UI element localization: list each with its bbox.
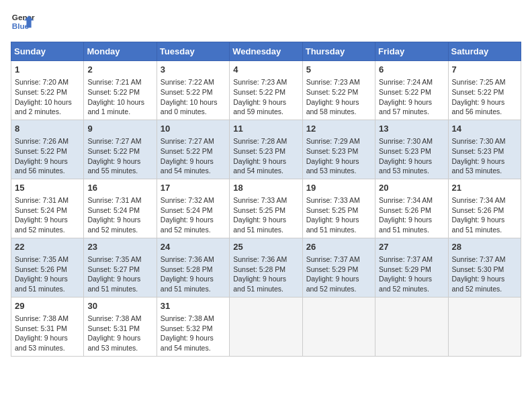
calendar-cell: 1Sunrise: 7:20 AMSunset: 5:22 PMDaylight…: [11, 61, 84, 120]
cell-content: Sunrise: 7:35 AMSunset: 5:26 PMDaylight:…: [15, 255, 80, 294]
day-number: 18: [233, 182, 298, 194]
calendar-cell: 22Sunrise: 7:35 AMSunset: 5:26 PMDayligh…: [11, 238, 84, 297]
day-number: 3: [161, 64, 226, 76]
header-day-thursday: Thursday: [302, 42, 375, 61]
calendar-cell: 9Sunrise: 7:27 AMSunset: 5:22 PMDaylight…: [84, 120, 157, 179]
calendar-cell: 2Sunrise: 7:21 AMSunset: 5:22 PMDaylight…: [84, 61, 157, 120]
day-number: 8: [15, 123, 80, 135]
calendar-cell: 24Sunrise: 7:36 AMSunset: 5:28 PMDayligh…: [157, 238, 229, 297]
calendar-cell: 20Sunrise: 7:34 AMSunset: 5:26 PMDayligh…: [375, 179, 448, 238]
day-number: 27: [379, 241, 444, 253]
calendar-cell: 27Sunrise: 7:37 AMSunset: 5:29 PMDayligh…: [375, 238, 448, 297]
calendar-cell: 12Sunrise: 7:29 AMSunset: 5:23 PMDayligh…: [302, 120, 375, 179]
header-day-wednesday: Wednesday: [230, 42, 302, 61]
header-day-friday: Friday: [375, 42, 448, 61]
logo: General Blue: [11, 11, 35, 35]
calendar-cell: 29Sunrise: 7:38 AMSunset: 5:31 PMDayligh…: [11, 297, 84, 356]
calendar-cell: [448, 297, 521, 356]
day-number: 24: [161, 241, 226, 253]
cell-content: Sunrise: 7:23 AMSunset: 5:22 PMDaylight:…: [306, 77, 371, 117]
day-number: 10: [161, 123, 226, 135]
svg-text:General: General: [12, 13, 35, 21]
day-number: 13: [379, 123, 444, 135]
day-number: 23: [87, 241, 152, 253]
header-day-tuesday: Tuesday: [157, 42, 229, 61]
day-number: 15: [15, 182, 80, 194]
cell-content: Sunrise: 7:26 AMSunset: 5:22 PMDaylight:…: [15, 136, 80, 176]
day-number: 26: [306, 241, 371, 253]
calendar-cell: 6Sunrise: 7:24 AMSunset: 5:22 PMDaylight…: [375, 61, 448, 120]
logo-icon: General Blue: [11, 11, 35, 35]
day-number: 12: [306, 123, 371, 135]
day-number: 14: [452, 123, 517, 135]
day-number: 4: [233, 64, 298, 76]
day-number: 2: [87, 64, 152, 76]
cell-content: Sunrise: 7:23 AMSunset: 5:22 PMDaylight:…: [233, 77, 298, 117]
calendar-cell: 25Sunrise: 7:36 AMSunset: 5:28 PMDayligh…: [230, 238, 302, 297]
calendar-cell: 3Sunrise: 7:22 AMSunset: 5:22 PMDaylight…: [157, 61, 229, 120]
cell-content: Sunrise: 7:32 AMSunset: 5:24 PMDaylight:…: [161, 195, 226, 235]
week-row-5: 29Sunrise: 7:38 AMSunset: 5:31 PMDayligh…: [11, 297, 521, 356]
week-row-2: 8Sunrise: 7:26 AMSunset: 5:22 PMDaylight…: [11, 120, 521, 179]
cell-content: Sunrise: 7:37 AMSunset: 5:29 PMDaylight:…: [379, 255, 444, 294]
calendar-cell: [375, 297, 448, 356]
day-number: 16: [87, 182, 152, 194]
calendar-cell: 30Sunrise: 7:38 AMSunset: 5:31 PMDayligh…: [84, 297, 157, 356]
calendar-cell: 26Sunrise: 7:37 AMSunset: 5:29 PMDayligh…: [302, 238, 375, 297]
cell-content: Sunrise: 7:31 AMSunset: 5:24 PMDaylight:…: [15, 195, 80, 235]
calendar-cell: 14Sunrise: 7:30 AMSunset: 5:23 PMDayligh…: [448, 120, 521, 179]
day-number: 30: [87, 300, 152, 312]
cell-content: Sunrise: 7:35 AMSunset: 5:27 PMDaylight:…: [87, 255, 152, 294]
header-day-sunday: Sunday: [11, 42, 84, 61]
calendar-cell: 10Sunrise: 7:27 AMSunset: 5:22 PMDayligh…: [157, 120, 229, 179]
day-number: 20: [379, 182, 444, 194]
calendar-cell: 5Sunrise: 7:23 AMSunset: 5:22 PMDaylight…: [302, 61, 375, 120]
day-number: 29: [15, 300, 80, 312]
calendar-table: SundayMondayTuesdayWednesdayThursdayFrid…: [11, 42, 521, 357]
week-row-1: 1Sunrise: 7:20 AMSunset: 5:22 PMDaylight…: [11, 61, 521, 120]
day-number: 28: [452, 241, 517, 253]
cell-content: Sunrise: 7:25 AMSunset: 5:22 PMDaylight:…: [452, 77, 517, 117]
header-day-saturday: Saturday: [448, 42, 521, 61]
day-number: 22: [15, 241, 80, 253]
calendar-cell: 4Sunrise: 7:23 AMSunset: 5:22 PMDaylight…: [230, 61, 302, 120]
day-number: 5: [306, 64, 371, 76]
day-number: 19: [306, 182, 371, 194]
calendar-cell: 21Sunrise: 7:34 AMSunset: 5:26 PMDayligh…: [448, 179, 521, 238]
cell-content: Sunrise: 7:27 AMSunset: 5:22 PMDaylight:…: [161, 136, 226, 176]
day-number: 31: [161, 300, 226, 312]
day-number: 11: [233, 123, 298, 135]
calendar-cell: 16Sunrise: 7:31 AMSunset: 5:24 PMDayligh…: [84, 179, 157, 238]
cell-content: Sunrise: 7:24 AMSunset: 5:22 PMDaylight:…: [379, 77, 444, 117]
calendar-cell: 15Sunrise: 7:31 AMSunset: 5:24 PMDayligh…: [11, 179, 84, 238]
calendar-cell: 23Sunrise: 7:35 AMSunset: 5:27 PMDayligh…: [84, 238, 157, 297]
calendar-cell: [230, 297, 302, 356]
day-number: 1: [15, 64, 80, 76]
calendar-cell: 17Sunrise: 7:32 AMSunset: 5:24 PMDayligh…: [157, 179, 229, 238]
calendar-cell: 8Sunrise: 7:26 AMSunset: 5:22 PMDaylight…: [11, 120, 84, 179]
week-row-3: 15Sunrise: 7:31 AMSunset: 5:24 PMDayligh…: [11, 179, 521, 238]
calendar-cell: 31Sunrise: 7:38 AMSunset: 5:32 PMDayligh…: [157, 297, 229, 356]
day-number: 17: [161, 182, 226, 194]
calendar-cell: 11Sunrise: 7:28 AMSunset: 5:23 PMDayligh…: [230, 120, 302, 179]
cell-content: Sunrise: 7:33 AMSunset: 5:25 PMDaylight:…: [306, 195, 371, 235]
day-number: 6: [379, 64, 444, 76]
cell-content: Sunrise: 7:38 AMSunset: 5:31 PMDaylight:…: [15, 314, 80, 353]
cell-content: Sunrise: 7:30 AMSunset: 5:23 PMDaylight:…: [379, 136, 444, 176]
cell-content: Sunrise: 7:28 AMSunset: 5:23 PMDaylight:…: [233, 136, 298, 176]
cell-content: Sunrise: 7:27 AMSunset: 5:22 PMDaylight:…: [87, 136, 152, 176]
day-number: 21: [452, 182, 517, 194]
header-day-monday: Monday: [84, 42, 157, 61]
page-header: General Blue: [11, 11, 521, 35]
cell-content: Sunrise: 7:36 AMSunset: 5:28 PMDaylight:…: [161, 255, 226, 294]
calendar-cell: 7Sunrise: 7:25 AMSunset: 5:22 PMDaylight…: [448, 61, 521, 120]
cell-content: Sunrise: 7:31 AMSunset: 5:24 PMDaylight:…: [87, 195, 152, 235]
cell-content: Sunrise: 7:29 AMSunset: 5:23 PMDaylight:…: [306, 136, 371, 176]
cell-content: Sunrise: 7:20 AMSunset: 5:22 PMDaylight:…: [15, 77, 80, 117]
cell-content: Sunrise: 7:36 AMSunset: 5:28 PMDaylight:…: [233, 255, 298, 294]
cell-content: Sunrise: 7:38 AMSunset: 5:32 PMDaylight:…: [161, 314, 226, 353]
cell-content: Sunrise: 7:34 AMSunset: 5:26 PMDaylight:…: [379, 195, 444, 235]
calendar-cell: 19Sunrise: 7:33 AMSunset: 5:25 PMDayligh…: [302, 179, 375, 238]
cell-content: Sunrise: 7:38 AMSunset: 5:31 PMDaylight:…: [87, 314, 152, 353]
calendar-cell: 18Sunrise: 7:33 AMSunset: 5:25 PMDayligh…: [230, 179, 302, 238]
